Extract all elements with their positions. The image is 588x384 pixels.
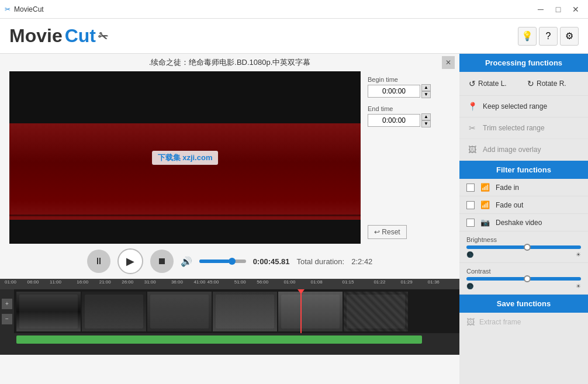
fade-out-icon: 📶	[479, 200, 491, 209]
play-button[interactable]: ▶	[117, 248, 143, 274]
end-time-down[interactable]: ▼	[421, 120, 431, 127]
deshake-item: 📷 Deshake video	[459, 214, 588, 231]
rotate-right-button[interactable]: ↻ Rotate R.	[525, 77, 581, 91]
contrast-track[interactable]	[466, 277, 581, 281]
video-area: .续命之徒：绝命毒师电影.BD.1080p.中英双字幕 ✕ 下载集 xzji.c…	[0, 54, 459, 384]
add-image-overlay-item[interactable]: 🖼 Add image overlay	[459, 139, 588, 161]
thumbnail-row: + −	[0, 289, 459, 333]
reset-button[interactable]: ↩ Reset	[368, 225, 407, 239]
logo: MovieCut ✂	[9, 25, 108, 47]
right-panel: Processing functions ↺ Rotate L. ↻ Rotat…	[459, 54, 588, 384]
ruler-mark: 41:00	[193, 279, 205, 285]
timeline-side-controls: + −	[0, 289, 14, 333]
track-bar[interactable]	[16, 335, 422, 344]
end-time-up[interactable]: ▲	[421, 113, 431, 120]
ruler-mark: 01:29	[401, 279, 413, 285]
trim-selected-label: Trim selected range	[483, 124, 545, 132]
time-controls: Begin time ▲ ▼ End time	[365, 71, 450, 244]
add-image-label: Add image overlay	[483, 146, 541, 154]
video-time-wrapper: 下载集 xzji.com Begin time ▲ ▼	[0, 71, 459, 244]
title-bar: ✂ MovieCut ─ □ ✕	[0, 0, 588, 19]
begin-time-up[interactable]: ▲	[421, 84, 431, 91]
fade-out-checkbox[interactable]	[466, 201, 475, 209]
contrast-icons: 🌑 ☀	[466, 283, 581, 289]
keep-selected-icon: 📍	[466, 101, 478, 112]
contrast-section: Contrast 🌑 ☀	[459, 263, 588, 295]
processing-header: Processing functions	[459, 54, 588, 72]
stop-button[interactable]: ⏹	[150, 250, 174, 273]
pause-button[interactable]: ⏸	[87, 250, 110, 273]
timeline-playhead	[300, 289, 302, 333]
thumbnail-5	[278, 292, 343, 331]
video-red-section	[9, 123, 361, 220]
filter-header: Filter functions	[459, 161, 588, 179]
fade-in-item: 📶 Fade in	[459, 179, 588, 196]
close-button[interactable]: ✕	[568, 4, 583, 15]
video-title-bar: .续命之徒：绝命毒师电影.BD.1080p.中英双字幕 ✕	[0, 54, 459, 71]
logo-movie: Movie	[9, 25, 63, 47]
settings-button[interactable]: ⚙	[560, 27, 579, 46]
rotate-left-label: Rotate L.	[478, 79, 507, 88]
help-button[interactable]: ?	[539, 27, 558, 46]
thumbnail-6	[344, 292, 408, 331]
ruler-mark: 21:00	[99, 279, 111, 285]
brightness-track[interactable]	[466, 245, 581, 249]
player-controls: ⏸ ▶ ⏹ 🔊 0:00:45.81 Total duration: 2:2:4…	[0, 244, 459, 279]
contrast-thumb	[524, 275, 531, 282]
deshake-checkbox[interactable]	[466, 219, 475, 227]
brightness-section: Brightness 🌑 ☀	[459, 231, 588, 263]
video-close-button[interactable]: ✕	[442, 56, 455, 69]
begin-time-label: Begin time	[368, 76, 398, 83]
fade-in-checkbox[interactable]	[466, 184, 475, 192]
time-current: 0:00:45.81	[253, 257, 290, 266]
video-title: .续命之徒：绝命毒师电影.BD.1080p.中英双字幕	[149, 57, 311, 68]
end-time-input[interactable]	[368, 114, 420, 127]
maximize-button[interactable]: □	[551, 4, 566, 15]
remove-track-button[interactable]: −	[2, 314, 12, 324]
volume-thumb	[229, 258, 236, 265]
timeline-thumbnails[interactable]	[14, 289, 459, 333]
add-track-button[interactable]: +	[2, 299, 12, 309]
video-preview: 下载集 xzji.com	[9, 71, 361, 244]
logo-cut: Cut	[65, 25, 96, 47]
ruler-mark: 56:00	[257, 279, 268, 285]
ruler-mark: 01:00	[283, 279, 295, 285]
lightbulb-button[interactable]: 💡	[518, 27, 537, 46]
reset-section: ↩ Reset	[368, 225, 448, 239]
ruler-mark: 26:00	[122, 279, 133, 285]
extract-frame-icon: 🖼	[466, 317, 475, 327]
extract-frame-item[interactable]: 🖼 Extract frame	[459, 313, 588, 331]
deshake-label: Deshake video	[496, 219, 542, 227]
ruler-mark: 45:00	[207, 279, 219, 285]
ruler-mark: 11:00	[50, 279, 61, 285]
fade-out-label: Fade out	[496, 201, 523, 209]
time-total: 2:2:42	[351, 257, 372, 266]
timeline-ruler: 01:00 06:00 11:00 16:00 21:00 26:00 31:0…	[0, 279, 459, 289]
ruler-mark: 31:00	[144, 279, 156, 285]
trim-selected-icon: ✂	[466, 122, 478, 134]
contrast-min-icon: 🌑	[466, 283, 473, 289]
ruler-mark: 51:00	[234, 279, 246, 285]
ruler-mark: 01:36	[428, 279, 440, 285]
trim-selected-range-item[interactable]: ✂ Trim selected range	[459, 117, 588, 139]
keep-selected-label: Keep selected range	[483, 102, 547, 110]
timeline-area: 01:00 06:00 11:00 16:00 21:00 26:00 31:0…	[0, 279, 459, 355]
brightness-max-icon: ☀	[576, 251, 581, 258]
ruler-mark: 16:00	[77, 279, 88, 285]
ruler-mark: 06:00	[27, 279, 39, 285]
begin-time-down[interactable]: ▼	[421, 91, 431, 98]
rotate-left-button[interactable]: ↺ Rotate L.	[466, 77, 523, 91]
keep-selected-range-item[interactable]: 📍 Keep selected range	[459, 96, 588, 117]
ruler-marks: 01:00 06:00 11:00 16:00 21:00 26:00 31:0…	[5, 279, 455, 289]
thumbnail-2	[82, 292, 146, 331]
begin-time-input-row: ▲ ▼	[368, 84, 431, 98]
volume-slider[interactable]	[199, 260, 246, 263]
begin-time-input[interactable]	[368, 85, 420, 98]
extract-frame-label: Extract frame	[479, 318, 521, 326]
title-bar-controls: ─ □ ✕	[533, 4, 583, 15]
volume-icon: 🔊	[181, 256, 192, 267]
ruler-mark: 01:00	[5, 279, 16, 285]
minimize-button[interactable]: ─	[533, 4, 548, 15]
app-icon: ✂	[5, 5, 11, 13]
end-time-spinners: ▲ ▼	[421, 113, 431, 127]
